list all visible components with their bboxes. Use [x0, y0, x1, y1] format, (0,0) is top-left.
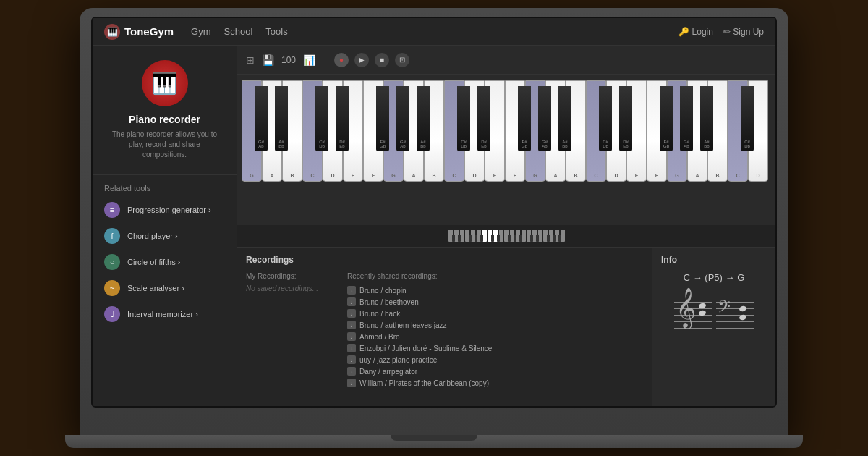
black-key-label: G#Ab	[684, 140, 689, 149]
grid-icon[interactable]: ⊞	[246, 54, 255, 66]
mini-black-key[interactable]	[480, 235, 483, 242]
black-key-label: F#Gb	[522, 140, 527, 149]
nav-school[interactable]: School	[224, 26, 253, 37]
black-key[interactable]: A#Bb	[417, 86, 430, 151]
nav-gym[interactable]: Gym	[191, 26, 210, 37]
white-key-label: F	[655, 173, 658, 178]
stop-button[interactable]: ■	[375, 53, 389, 67]
black-key[interactable]: D#Eb	[336, 86, 349, 151]
tool-interval[interactable]: ♩ Interval memorizer ›	[93, 301, 237, 327]
recording-item[interactable]: ♪Bruno / beethoven	[347, 296, 643, 308]
black-key-label: D#Eb	[339, 140, 345, 149]
tool-progression[interactable]: ≡ Progression generator ›	[93, 197, 237, 223]
recording-item[interactable]: ♪Ahmed / Bro	[347, 331, 643, 342]
black-key[interactable]: A#Bb	[275, 86, 288, 151]
black-key-label: D#Eb	[623, 140, 629, 149]
black-key[interactable]: D#Eb	[619, 86, 632, 151]
black-key-label: C#Db	[319, 140, 325, 149]
black-key[interactable]: G#Ab	[680, 86, 693, 151]
play-button[interactable]: ▶	[354, 53, 369, 67]
my-recordings-label: My Recordings:	[246, 272, 333, 280]
signup-button[interactable]: ✏ Sign Up	[723, 27, 764, 37]
recording-item[interactable]: ♪Enzobgi / Julien doré - Sublime & Silen…	[347, 342, 643, 354]
recording-icon: ♪	[347, 367, 356, 376]
mini-black-key[interactable]	[519, 235, 522, 242]
black-key[interactable]: F#Gb	[376, 86, 389, 151]
tool-progression-label: Progression generator ›	[127, 206, 211, 214]
mini-black-key[interactable]	[491, 235, 494, 242]
mini-black-key[interactable]	[458, 235, 461, 242]
app: 🎹 ToneGym Gym School Tools 🔑 Login ✏ Sig…	[93, 18, 775, 406]
black-key-label: A#Bb	[278, 140, 284, 149]
white-key-label: B	[290, 173, 294, 178]
music-staves: 𝄞	[661, 292, 767, 344]
chart-icon[interactable]: 📊	[303, 54, 315, 66]
mini-black-key[interactable]	[475, 235, 477, 242]
scale-icon: ~	[104, 280, 120, 296]
tool-circle-label: Circle of fifths ›	[127, 258, 180, 266]
white-key-label: E	[352, 173, 355, 178]
tool-chord[interactable]: f Chord player ›	[93, 223, 237, 249]
white-key-label: A	[553, 173, 557, 178]
mini-black-key[interactable]	[553, 235, 556, 242]
black-key[interactable]: A#Bb	[558, 86, 571, 151]
mini-black-key[interactable]	[530, 235, 533, 242]
login-button[interactable]: 🔑 Login	[678, 27, 713, 37]
recording-label: Bruno / back	[359, 310, 400, 318]
treble-clef: 𝄞	[676, 290, 696, 325]
circle-icon: ○	[104, 254, 120, 270]
black-key[interactable]: A#Bb	[700, 86, 713, 151]
white-key-label: C	[452, 173, 456, 178]
mini-black-key[interactable]	[508, 235, 511, 242]
laptop-notch	[391, 435, 477, 441]
black-key[interactable]: G#Ab	[255, 86, 268, 151]
recording-label: Dany / arrpegiator	[359, 368, 417, 376]
black-key[interactable]: C#Db	[315, 86, 328, 151]
black-key[interactable]: D#Eb	[477, 86, 490, 151]
mini-black-key[interactable]	[558, 235, 561, 242]
tool-scale[interactable]: ~ Scale analyser ›	[93, 275, 237, 301]
mini-black-key[interactable]	[497, 235, 500, 242]
my-recordings: My Recordings: No saved recordings...	[246, 272, 333, 389]
mini-black-key[interactable]	[536, 235, 539, 242]
black-key[interactable]: C#Db	[599, 86, 612, 151]
bass-staff: 𝄢	[716, 292, 754, 344]
white-key-label: C	[594, 173, 597, 178]
navbar: 🎹 ToneGym Gym School Tools 🔑 Login ✏ Sig…	[93, 18, 775, 46]
save-icon[interactable]: 💾	[262, 54, 274, 66]
recording-label: Bruno / authem leaves jazz	[359, 321, 447, 329]
white-key-label: B	[574, 173, 577, 178]
loop-button[interactable]: ⊡	[395, 53, 409, 67]
recording-item[interactable]: ♪Bruno / authem leaves jazz	[347, 319, 643, 331]
recording-icon: ♪	[347, 355, 356, 364]
piano-keyboard-container: GABCDEFGABCDEFGABCDEFGABCDG#AbA#BbC#DbD#…	[237, 75, 775, 225]
white-key-label: F	[514, 173, 516, 178]
recording-item[interactable]: ♪Dany / arrpegiator	[347, 366, 643, 377]
mini-black-key[interactable]	[469, 235, 472, 242]
black-key[interactable]: G#Ab	[538, 86, 551, 151]
nav-tools[interactable]: Tools	[265, 26, 287, 37]
brand-icon: 🎹	[104, 24, 120, 40]
mini-black-key[interactable]	[452, 235, 455, 242]
recording-item[interactable]: ♪uuy / jazz piano practice	[347, 354, 643, 366]
black-key[interactable]: C#Db	[741, 86, 754, 151]
recordings-panel: Recordings My Recordings: No saved recor…	[237, 248, 652, 406]
record-button[interactable]: ●	[334, 53, 349, 67]
recording-label: Bruno / beethoven	[359, 298, 419, 306]
black-key[interactable]: F#Gb	[518, 86, 531, 151]
tool-circle[interactable]: ○ Circle of fifths ›	[93, 249, 237, 275]
sidebar-desc: The piano recorder allows you to play, r…	[107, 130, 222, 160]
black-key-label: D#Eb	[481, 140, 487, 149]
black-key[interactable]: F#Gb	[660, 86, 673, 151]
recording-item[interactable]: ♪William / Pirates of the Caribbean (cop…	[347, 377, 643, 389]
mini-black-key[interactable]	[514, 235, 516, 242]
mini-black-key[interactable]	[547, 235, 550, 242]
recording-item[interactable]: ♪Bruno / chopin	[347, 284, 643, 296]
black-key[interactable]: G#Ab	[396, 86, 409, 151]
recording-icon: ♪	[347, 297, 356, 306]
laptop-outer: 🎹 ToneGym Gym School Tools 🔑 Login ✏ Sig…	[80, 8, 788, 435]
progression-icon: ≡	[104, 202, 120, 218]
black-key[interactable]: C#Db	[457, 86, 470, 151]
playback-controls: ● ▶ ■ ⊡	[334, 53, 409, 67]
recording-item[interactable]: ♪Bruno / back	[347, 308, 643, 319]
